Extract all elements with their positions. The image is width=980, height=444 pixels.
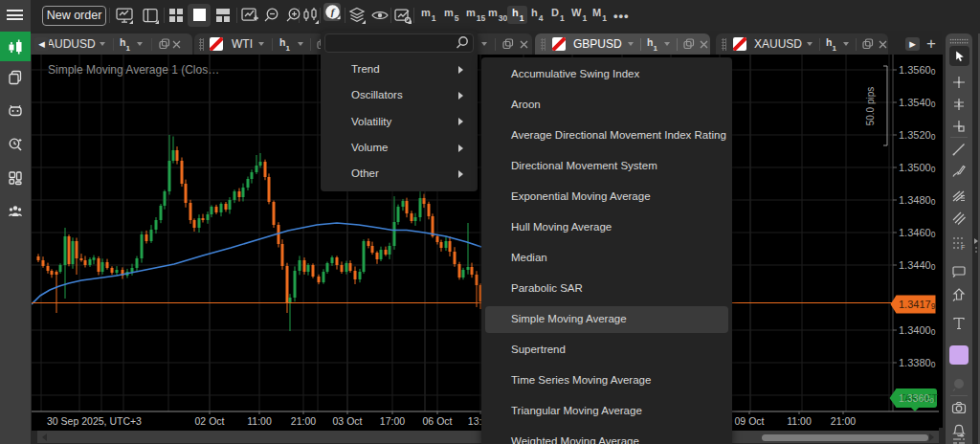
- svg-text:21:00: 21:00: [291, 415, 316, 427]
- svg-text:1.35200: 1.35200: [899, 129, 936, 142]
- svg-text:09 Oct: 09 Oct: [735, 415, 765, 427]
- svg-text:F: F: [961, 244, 965, 251]
- svg-text:1.34400: 1.34400: [899, 259, 936, 272]
- svg-text:1.35600: 1.35600: [899, 64, 936, 77]
- svg-text:17:00: 17:00: [380, 415, 405, 427]
- svg-text:1.34179: 1.34179: [899, 299, 936, 311]
- svg-text:1.35000: 1.35000: [899, 162, 936, 174]
- svg-text:50.0 pips: 50.0 pips: [865, 87, 876, 126]
- svg-text:1.35400: 1.35400: [899, 97, 936, 109]
- svg-text:06 Oct: 06 Oct: [423, 415, 453, 427]
- svg-text:02 Oct: 02 Oct: [195, 415, 225, 427]
- svg-text:30 Sep 2025, UTC+3: 30 Sep 2025, UTC+3: [47, 415, 142, 427]
- svg-text:1.34800: 1.34800: [899, 194, 936, 207]
- svg-text:Simple Moving Average 1 (Clos…: Simple Moving Average 1 (Clos…: [48, 63, 219, 77]
- svg-text:11:00: 11:00: [787, 415, 812, 427]
- svg-text:11:00: 11:00: [247, 415, 272, 427]
- svg-text:21:00: 21:00: [831, 415, 856, 427]
- svg-text:1.33600: 1.33600: [899, 392, 934, 405]
- svg-text:1.33800: 1.33800: [899, 357, 936, 369]
- svg-text:1.34000: 1.34000: [899, 324, 936, 337]
- svg-text:03 Oct: 03 Oct: [333, 415, 363, 427]
- svg-text:1.34600: 1.34600: [899, 227, 936, 239]
